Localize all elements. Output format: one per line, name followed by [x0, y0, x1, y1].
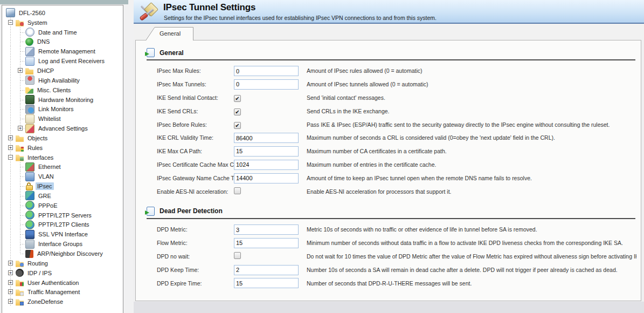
ike-max-ca-path-input[interactable] [234, 146, 299, 156]
section-divider [147, 59, 635, 60]
sidebar-item-date-and-time[interactable]: Date and Time [2, 28, 123, 37]
tree-guide [16, 181, 25, 191]
tree-item-label: SSL VPN Interface [37, 230, 89, 238]
dpd-metric-input[interactable] [234, 224, 299, 235]
sidebar-item-interfaces[interactable]: −Interfaces [2, 153, 123, 162]
field-control-cell [234, 173, 307, 183]
tree-item-label: Misc. Clients [36, 86, 72, 94]
zonedefense-folder-icon [16, 298, 24, 306]
sidebar-item-whitelist[interactable]: Whitelist [2, 114, 123, 124]
sidebar-item-system[interactable]: −System [2, 18, 123, 28]
tree-item-label: High Availability [37, 77, 81, 84]
sidebar-item-log-and-event-receivers[interactable]: Log and Event Receivers [2, 56, 123, 66]
form-row-ipsec-max-rules: IPsec Max Rules:Amount of IPsec rules al… [157, 64, 636, 78]
sidebar-item-ssl-vpn-interface[interactable]: SSL VPN Interface [2, 229, 123, 239]
form-row-ike-send-initial-contact: IKE Send Initial Contact:✔Send 'initial … [157, 91, 636, 105]
ike-send-initial-contact-checkbox[interactable]: ✔ [234, 95, 241, 102]
tree-guide [16, 85, 25, 95]
sidebar-item-ipsec[interactable]: IPsec [2, 181, 123, 191]
collapse-minus-icon[interactable]: − [8, 155, 13, 160]
ipsec-gateway-name-cache-time-input[interactable] [234, 173, 299, 183]
sidebar-item-remote-management[interactable]: Remote Management [2, 46, 123, 56]
expand-plus-icon[interactable]: + [8, 299, 13, 304]
sidebar-item-idp-ips[interactable]: +IDP / IPS [2, 268, 123, 278]
sidebar-item-dfl-2560[interactable]: DFL-2560 [2, 8, 123, 18]
settings-panel: GeneralIPsec Max Rules:Amount of IPsec r… [135, 40, 641, 301]
sidebar-item-zonedefense[interactable]: +ZoneDefense [2, 297, 123, 307]
expand-plus-icon[interactable]: + [8, 280, 13, 285]
ike-send-crls-checkbox[interactable]: ✔ [234, 108, 241, 115]
tree-guide [6, 46, 16, 56]
sidebar-item-user-authentication[interactable]: +User Authentication [2, 278, 123, 288]
tree-guide [16, 239, 25, 249]
tree-item-label: PPTP/L2TP Servers [37, 212, 93, 219]
sidebar-item-pppoe[interactable]: PPPoE [2, 201, 123, 210]
tree-guide [6, 162, 16, 172]
flow-metric-input[interactable] [234, 238, 299, 248]
tree-item-label: GRE [37, 192, 53, 200]
routing-folder-icon [16, 259, 24, 267]
ike-crl-validity-time-input[interactable] [234, 133, 299, 143]
ipsec-certificate-cache-max-certs-input[interactable] [234, 160, 299, 170]
expand-plus-icon[interactable]: + [8, 261, 13, 266]
dpd-no-wait-checkbox[interactable] [234, 252, 241, 259]
idp-ips-icon [16, 269, 24, 277]
tab-general[interactable]: General [146, 26, 194, 40]
sidebar-item-vlan[interactable]: VLAN [2, 172, 123, 181]
sidebar-item-dns[interactable]: DNS [2, 37, 123, 47]
tree-guide: − [6, 18, 16, 28]
expand-plus-icon[interactable]: + [18, 126, 23, 131]
tree-guide [16, 76, 25, 85]
expand-plus-icon[interactable]: + [8, 270, 13, 275]
ipsec-before-rules-checkbox[interactable]: ✔ [234, 122, 241, 129]
user-auth-folder-icon [16, 278, 24, 287]
sidebar-item-hardware-monitoring[interactable]: Hardware Monitoring [2, 95, 123, 105]
tree-guide [16, 37, 25, 47]
sidebar-item-ethernet[interactable]: Ethernet [2, 162, 123, 172]
tree-guide [6, 66, 16, 76]
sidebar-item-arp-neighbor-discovery[interactable]: ARP/Neighbor Discovery [2, 249, 123, 258]
sidebar-item-gre[interactable]: GRE [2, 191, 123, 201]
ipsec-max-tunnels-input[interactable] [234, 79, 299, 90]
tree-guide [6, 37, 16, 47]
sidebar-item-misc-clients[interactable]: Misc. Clients [2, 85, 123, 95]
interfaces-folder-icon [16, 153, 24, 161]
ipsec-max-rules-input[interactable] [234, 66, 299, 76]
sidebar-item-traffic-management[interactable]: +Traffic Management [2, 287, 123, 297]
form-row-flow-metric: Flow Metric:Minimum number of seconds wi… [157, 236, 636, 250]
tree-guide [16, 172, 25, 181]
sidebar-item-routing[interactable]: +Routing [2, 258, 123, 268]
sidebar-item-objects[interactable]: +Objects [2, 133, 123, 143]
dpd-keep-time-input[interactable] [234, 265, 299, 275]
ssl-vpn-icon [25, 230, 34, 239]
tab-label: General [160, 30, 181, 37]
field-label: DPD Expire Time: [157, 280, 234, 287]
sidebar-item-interface-groups[interactable]: Interface Groups [2, 239, 123, 249]
expand-plus-icon[interactable]: + [8, 135, 13, 140]
expand-plus-icon[interactable]: + [18, 68, 23, 73]
expand-plus-icon[interactable]: + [8, 289, 13, 294]
tree-item-label: ZoneDefense [26, 298, 65, 305]
field-description: Amount of IPsec rules allowed (0 = autom… [307, 67, 636, 74]
field-control-cell [234, 146, 307, 156]
sidebar-item-link-monitors[interactable]: Link Monitors [2, 104, 123, 114]
sidebar-item-advanced-settings[interactable]: +Advanced Settings [2, 124, 123, 133]
section-divider [147, 218, 635, 219]
sidebar-item-pptp-l2tp-servers[interactable]: PPTP/L2TP Servers [2, 210, 123, 220]
tree-guide: + [6, 143, 16, 153]
dpd-expire-time-input[interactable] [234, 278, 299, 288]
enable-aes-ni-acceleration-checkbox[interactable] [234, 187, 241, 194]
field-label: DPD no wait: [157, 253, 234, 260]
expand-plus-icon[interactable]: + [8, 145, 13, 150]
sidebar-item-high-availability[interactable]: High Availability [2, 76, 123, 85]
tree-guide: + [6, 297, 16, 307]
collapse-minus-icon[interactable]: − [8, 20, 13, 25]
sidebar-item-pptp-l2tp-clients[interactable]: PPTP/L2TP Clients [2, 220, 123, 230]
field-control-cell: ✔ [234, 93, 307, 103]
field-description: Enable AES-NI acceleration for processor… [307, 188, 636, 195]
sidebar-item-rules[interactable]: +Rules [2, 143, 123, 153]
hardware-monitoring-icon [25, 95, 34, 104]
sidebar-item-dhcp[interactable]: +DHCP [2, 66, 123, 76]
tree-guide [6, 76, 16, 85]
tree-guide [6, 95, 16, 105]
